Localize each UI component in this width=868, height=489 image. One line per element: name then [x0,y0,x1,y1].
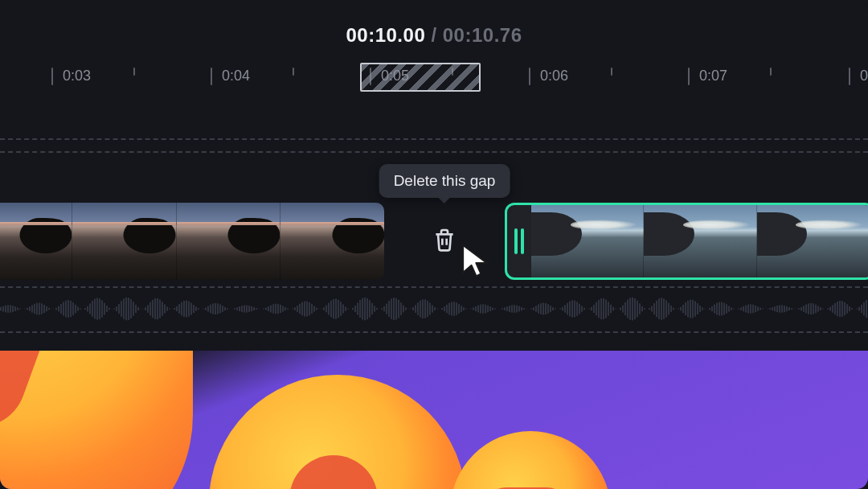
svg-rect-135 [326,306,327,313]
ruler-tick-major [51,68,53,85]
svg-rect-130 [313,306,315,311]
track-guide [0,286,868,288]
svg-rect-209 [504,307,506,310]
svg-rect-246 [593,305,595,313]
svg-rect-68 [164,304,166,313]
svg-rect-232 [559,308,561,309]
timeline-gap[interactable]: Delete this gap [384,203,505,280]
svg-rect-106 [256,308,257,310]
svg-rect-203 [489,306,491,311]
svg-rect-88 [212,303,214,314]
svg-rect-236 [569,301,571,316]
clip-thumbnail [531,205,643,277]
svg-rect-327 [788,307,790,310]
svg-rect-267 [644,308,645,310]
svg-rect-42 [101,300,103,317]
svg-rect-348 [839,301,841,317]
svg-rect-174 [420,301,421,318]
svg-rect-20 [48,308,50,310]
svg-rect-171 [412,307,414,310]
svg-rect-298 [719,302,720,316]
svg-rect-28 [68,300,69,318]
svg-rect-138 [333,299,334,318]
svg-rect-143 [345,306,346,310]
svg-rect-324 [781,305,783,312]
clip-thumbnail [0,203,72,280]
overlay-shape [450,431,611,489]
ruler-tick-label: 0:07 [699,68,727,84]
svg-rect-357 [861,305,862,313]
video-clip-1[interactable] [0,203,384,280]
svg-rect-238 [574,301,575,318]
video-clip-2-selected[interactable] [505,203,868,280]
svg-rect-167 [403,306,404,313]
svg-rect-78 [188,301,190,316]
svg-rect-123 [297,306,298,312]
svg-rect-56 [135,305,137,313]
svg-rect-323 [779,305,780,312]
svg-rect-352 [849,306,850,311]
svg-rect-347 [837,302,838,316]
svg-rect-172 [415,305,416,313]
svg-rect-275 [663,298,665,319]
svg-rect-184 [444,306,445,311]
svg-rect-240 [579,304,580,314]
timecode-separator: / [425,24,443,46]
svg-rect-175 [422,299,424,318]
ruler-tick-label: 0:08 [860,68,868,84]
svg-rect-177 [427,301,428,317]
svg-rect-179 [432,305,433,312]
svg-rect-288 [694,301,696,316]
svg-rect-38 [92,301,93,317]
svg-rect-313 [755,306,756,312]
svg-rect-79 [190,302,192,314]
audio-track[interactable] [0,291,868,327]
svg-rect-351 [846,304,848,313]
svg-rect-220 [530,308,532,309]
svg-rect-215 [518,306,520,312]
delete-gap-button[interactable] [428,225,461,257]
svg-rect-14 [34,304,35,314]
svg-rect-50 [121,301,122,317]
svg-rect-37 [89,303,91,314]
timeline-selection-range[interactable] [360,63,481,92]
svg-rect-307 [740,307,742,310]
svg-rect-40 [96,298,98,319]
svg-rect-331 [798,308,800,310]
svg-rect-156 [376,308,378,310]
svg-rect-12 [29,306,31,311]
svg-rect-255 [615,309,616,310]
svg-rect-163 [393,298,395,320]
svg-rect-8 [19,308,21,309]
svg-rect-176 [424,299,426,318]
svg-rect-200 [482,304,484,314]
svg-rect-270 [651,306,653,312]
svg-rect-321 [774,306,776,311]
svg-rect-116 [280,305,281,313]
svg-rect-306 [738,308,739,309]
svg-rect-304 [733,309,735,310]
trash-icon [432,227,457,256]
svg-rect-154 [371,303,373,314]
svg-rect-290 [699,306,701,312]
svg-rect-253 [610,305,612,314]
svg-rect-283 [682,305,684,313]
svg-rect-247 [596,302,597,316]
svg-rect-26 [63,302,64,315]
svg-rect-61 [147,305,149,313]
svg-rect-57 [137,307,139,310]
svg-rect-29 [70,301,72,317]
svg-rect-251 [605,299,607,318]
svg-rect-359 [866,300,867,318]
svg-rect-181 [436,309,438,310]
clip-trim-handle-left[interactable] [512,205,526,277]
timecode-display: 00:10.00 / 00:10.76 [0,24,868,47]
svg-rect-266 [641,306,643,312]
svg-rect-284 [685,302,686,315]
overlay-graphic-track[interactable] [0,351,868,489]
svg-rect-213 [514,305,515,313]
svg-rect-322 [776,306,778,312]
clip-thumbnail [280,203,384,280]
svg-rect-74 [178,304,180,314]
svg-rect-47 [113,308,115,309]
